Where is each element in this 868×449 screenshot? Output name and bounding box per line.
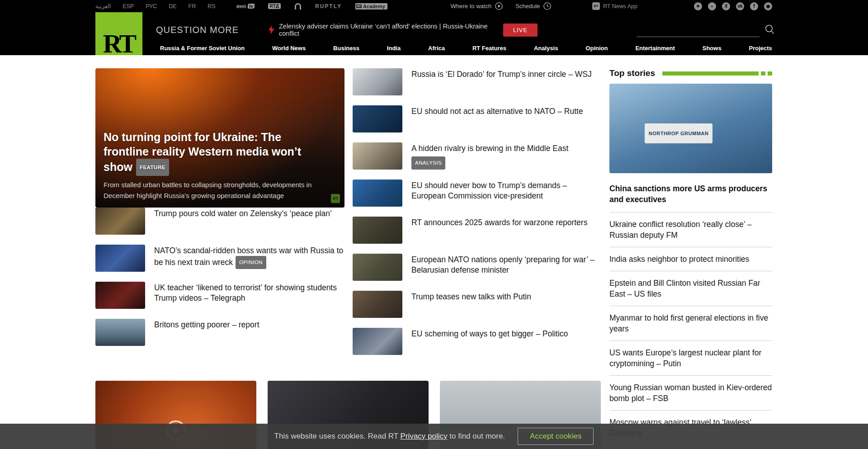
where-to-watch-label: Where to watch — [451, 3, 491, 9]
lang-esp[interactable]: ESP — [123, 3, 134, 9]
list-item[interactable]: Russia is ‘El Dorado’ for Trump’s inner … — [353, 68, 601, 95]
list-item[interactable]: NATO’s scandal-ridden boss wants war wit… — [95, 245, 344, 272]
analysis-badge: ANALYSIS — [411, 156, 445, 170]
lang-ar[interactable]: العربية — [95, 3, 111, 9]
list-item[interactable]: RT announces 2025 awards for warzone rep… — [353, 217, 601, 244]
rt-academy-badge[interactable]: RT Academy — [355, 3, 387, 9]
nav-projects[interactable]: Projects — [749, 45, 772, 52]
article-thumbnail[interactable] — [95, 319, 145, 346]
breaking-headline[interactable]: Zelensky adviser claims Ukraine ‘can’t a… — [279, 23, 491, 37]
lang-de[interactable]: DE — [169, 3, 176, 9]
ruptly-logo[interactable]: RUPTLY — [315, 3, 342, 9]
list-item[interactable]: UK teacher ‘likened to terrorist’ for sh… — [95, 282, 344, 309]
top-story-item[interactable]: US wants Europe’s largest nuclear plant … — [609, 340, 772, 375]
watch-group: Where to watch Schedule — [451, 2, 552, 10]
lang-rs[interactable]: RS — [208, 3, 215, 9]
nav-world-news[interactable]: World News — [272, 45, 306, 52]
top-story-image[interactable]: NORTHROP GRUMMAN — [609, 84, 772, 173]
article-title[interactable]: NATO’s scandal-ridden boss wants war wit… — [154, 245, 344, 272]
article-thumbnail[interactable] — [353, 68, 402, 95]
search-icon[interactable] — [764, 24, 775, 36]
nav-analysis[interactable]: Analysis — [534, 45, 558, 52]
rumble-icon[interactable]: f — [750, 2, 758, 10]
list-item[interactable]: Britons getting poorer – report — [95, 319, 344, 346]
list-item[interactable]: European NATO nations openly ‘preparing … — [353, 254, 601, 281]
play-icon — [495, 2, 503, 10]
list-item[interactable]: Trump teases new talks with Putin — [353, 291, 601, 318]
vk-icon[interactable]: vk — [736, 2, 744, 10]
article-thumbnail[interactable] — [353, 328, 402, 355]
article-thumbnail[interactable] — [353, 142, 402, 170]
accept-cookies-button[interactable]: Accept cookies — [518, 428, 594, 445]
article-title[interactable]: UK teacher ‘likened to terrorist’ for sh… — [154, 282, 344, 309]
live-button[interactable]: LIVE — [503, 24, 538, 37]
nav-shows[interactable]: Shows — [703, 45, 722, 52]
article-title[interactable]: Britons getting poorer – report — [154, 319, 259, 346]
rt-logo[interactable]: RT — [95, 12, 142, 55]
article-title[interactable]: EU should never bow to Trump’s demands –… — [411, 180, 601, 207]
hero-article[interactable]: No turning point for Ukraine: The frontl… — [95, 68, 344, 208]
article-thumbnail[interactable] — [95, 282, 145, 309]
rss-icon[interactable]: ◗ — [708, 2, 716, 10]
article-title[interactable]: EU scheming of ways to get bigger – Poli… — [411, 328, 568, 355]
article-title-text: A hidden rivalry is brewing in the Middl… — [411, 144, 568, 153]
academy-label: Academy — [363, 4, 385, 9]
inotv-label: ино — [236, 3, 246, 9]
rt-app-icon: RT — [592, 2, 600, 10]
lang-rus[interactable]: РУС — [146, 3, 157, 9]
list-item[interactable]: EU should never bow to Trump’s demands –… — [353, 180, 601, 207]
nav-russia-fsu[interactable]: Russia & Former Soviet Union — [160, 45, 245, 52]
nav-opinion[interactable]: Opinion — [585, 45, 608, 52]
schedule-link[interactable]: Schedule — [515, 2, 551, 10]
nav-africa[interactable]: Africa — [428, 45, 445, 52]
article-title[interactable]: RT announces 2025 awards for warzone rep… — [411, 217, 587, 244]
article-title[interactable]: European NATO nations openly ‘preparing … — [411, 254, 601, 281]
top-story-item[interactable]: Young Russian woman busted in Kiev-order… — [609, 375, 772, 410]
article-title[interactable]: A hidden rivalry is brewing in the Middl… — [411, 142, 568, 170]
rt-news-app-link[interactable]: RT RT News App — [592, 2, 637, 10]
search-input[interactable] — [637, 26, 760, 37]
top-stories-list: Ukraine conflict resolution ‘really clos… — [609, 212, 772, 445]
article-thumbnail[interactable] — [353, 291, 402, 318]
article-thumbnail[interactable] — [353, 180, 402, 207]
article-thumbnail[interactable] — [95, 208, 145, 235]
article-thumbnail[interactable] — [95, 245, 145, 272]
article-title[interactable]: Russia is ‘El Dorado’ for Trump’s inner … — [411, 68, 592, 95]
article-thumbnail[interactable] — [353, 217, 402, 244]
top-story-lead-title[interactable]: China sanctions more US arms producers a… — [609, 183, 772, 205]
article-thumbnail[interactable] — [353, 105, 402, 132]
news-column: Russia is ‘El Dorado’ for Trump’s inner … — [353, 68, 601, 365]
hero-summary: From stalled urban battles to collapsing… — [104, 180, 330, 201]
social-icons: ✈ ◗ X vk f ◉ — [694, 2, 772, 10]
nav-india[interactable]: India — [387, 45, 401, 52]
where-to-watch-link[interactable]: Where to watch — [451, 2, 503, 10]
hero-title-text: No turning point for Ukraine: The frontl… — [104, 131, 301, 173]
ruptly-app-icon[interactable] — [294, 3, 302, 9]
odysee-icon[interactable]: ◉ — [764, 2, 772, 10]
list-item[interactable]: A hidden rivalry is brewing in the Middl… — [353, 142, 601, 170]
top-story-item[interactable]: Ukraine conflict resolution ‘really clos… — [609, 212, 772, 247]
top-story-item[interactable]: India asks neighbor to protect minoritie… — [609, 247, 772, 271]
telegram-icon[interactable]: ✈ — [694, 2, 702, 10]
top-story-item[interactable]: Myanmar to hold first general elections … — [609, 306, 772, 340]
inotv-logo[interactable]: ино tv — [236, 3, 255, 9]
article-title[interactable]: EU should not act as alternative to NATO… — [411, 105, 583, 132]
lang-fr[interactable]: FR — [189, 3, 196, 9]
cookie-text-after: to find out more. — [448, 432, 505, 440]
article-thumbnail[interactable] — [353, 254, 402, 281]
article-title[interactable]: Trump pours cold water on Zelensky’s ‘pe… — [154, 208, 332, 235]
nav-rt-features[interactable]: RT Features — [472, 45, 506, 52]
article-title[interactable]: Trump teases new talks with Putin — [411, 291, 531, 318]
nav-business[interactable]: Business — [333, 45, 359, 52]
list-item[interactable]: EU should not act as alternative to NATO… — [353, 105, 601, 132]
list-item[interactable]: EU scheming of ways to get bigger – Poli… — [353, 328, 601, 355]
list-item[interactable]: Trump pours cold water on Zelensky’s ‘pe… — [95, 208, 344, 235]
privacy-policy-link[interactable]: Privacy policy — [401, 432, 448, 440]
cookie-text-before: This website uses cookies. Read RT — [274, 432, 401, 440]
nav-entertainment[interactable]: Entertainment — [635, 45, 675, 52]
main-nav: Russia & Former Soviet Union World News … — [160, 45, 772, 52]
top-story-item[interactable]: Epstein and Bill Clinton visited Russian… — [609, 271, 772, 306]
x-icon[interactable]: X — [722, 2, 730, 10]
rtd-logo[interactable]: RTД — [268, 3, 281, 9]
schedule-label: Schedule — [515, 3, 540, 9]
